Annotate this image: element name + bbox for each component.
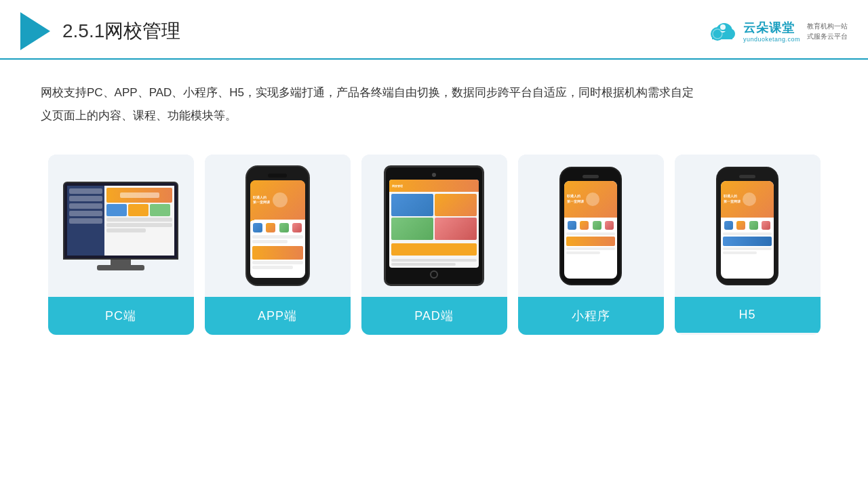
header: 2.5.1网校管理 云朵课堂 yunduoketang.com 教育机构一站式服…	[0, 0, 868, 60]
h5-icon	[736, 221, 745, 230]
mini-avatar	[586, 192, 599, 206]
header-right: 云朵课堂 yunduoketang.com 教育机构一站式服务云平台	[705, 19, 848, 43]
header-left: 2.5.1网校管理	[20, 12, 180, 50]
brand-url: yunduoketang.com	[743, 36, 800, 43]
mini-icons	[566, 221, 615, 230]
card-pc-label: PC端	[48, 297, 194, 335]
h5-icon	[724, 221, 733, 230]
h5-avatar	[743, 192, 756, 206]
tablet-header-text: 网校管理	[392, 184, 403, 188]
pc-base	[97, 265, 144, 270]
phone-banner-text: 职通人的第一堂网课	[253, 195, 270, 205]
card-pc: PC端	[48, 155, 194, 335]
card-h5-label: H5	[675, 297, 821, 333]
pc-sidebar-item	[69, 211, 102, 216]
phone-screen: 职通人的第一堂网课	[250, 180, 305, 278]
pc-main-row	[106, 228, 146, 232]
mini-screen: 职通人的第一堂网课	[564, 181, 617, 279]
phone-notch	[268, 174, 287, 178]
h5-row	[723, 251, 757, 254]
card-miniprogram: 职通人的第一堂网课	[518, 155, 664, 335]
tablet-header-bar: 网校管理	[389, 180, 479, 192]
phone-icons	[252, 223, 303, 232]
phone-row	[252, 235, 303, 239]
tablet-home-btn	[430, 270, 438, 279]
h5-row	[723, 237, 772, 246]
mini-notch	[583, 175, 599, 178]
card-pad: 网校管理	[361, 155, 507, 335]
svg-point-5	[720, 24, 726, 30]
pc-sidebar-item	[69, 218, 102, 224]
miniprogram-phone-mockup: 职通人的第一堂网课	[559, 167, 622, 285]
brand-tagline: 教育机构一站式服务云平台	[807, 21, 848, 41]
pc-main	[104, 186, 174, 256]
pc-screen-outer	[63, 182, 178, 260]
title-text: 网校管理	[104, 20, 180, 41]
mini-body	[564, 218, 617, 256]
pc-main-row	[106, 223, 172, 227]
card-h5-image: 职通人的第一堂网课	[675, 155, 821, 297]
cards-container: PC端 职通人的第一堂网课	[0, 141, 868, 355]
tablet-mockup: 网校管理	[384, 165, 484, 286]
h5-row	[723, 247, 772, 250]
pc-mockup	[63, 182, 178, 270]
mini-row	[566, 237, 615, 246]
h5-phone-mockup: 职通人的第一堂网课	[716, 167, 778, 285]
mini-banner: 职通人的第一堂网课	[564, 181, 617, 218]
pc-sidebar-item	[69, 188, 102, 194]
pc-main-row	[106, 218, 172, 222]
pc-neck	[111, 260, 131, 265]
h5-screen: 职通人的第一堂网课	[721, 181, 774, 279]
card-pc-image	[48, 155, 194, 297]
mini-banner-text: 职通人的第一堂网课	[567, 194, 584, 204]
card-h5: 职通人的第一堂网课	[675, 155, 821, 335]
phone-icon	[279, 223, 289, 232]
h5-banner-text: 职通人的第一堂网课	[724, 194, 741, 204]
phone-banner: 职通人的第一堂网课	[250, 180, 305, 220]
mini-row	[566, 232, 615, 235]
h5-body	[721, 218, 774, 256]
mini-row	[566, 251, 600, 254]
tablet-card	[391, 218, 433, 240]
tablet-card	[391, 194, 433, 216]
mini-icon	[605, 221, 614, 230]
card-app-image: 职通人的第一堂网课	[205, 155, 351, 297]
description-text: 网校支持PC、APP、PAD、小程序、H5，实现多端打通，产品各终端自由切换，数…	[0, 60, 746, 141]
mini-icon	[568, 221, 576, 230]
tablet-screen-inner: 网校管理	[389, 180, 479, 268]
mini-row	[566, 247, 615, 250]
phone-icon	[292, 223, 302, 232]
h5-row	[723, 232, 772, 235]
card-miniprogram-label: 小程序	[518, 297, 664, 335]
card-app: 职通人的第一堂网课	[205, 155, 351, 335]
h5-icons	[723, 221, 772, 230]
phone-icon	[266, 223, 275, 232]
card-pad-image: 网校管理	[361, 155, 507, 297]
phone-row	[252, 240, 288, 243]
tablet-content	[389, 192, 479, 242]
tablet-card	[435, 194, 477, 216]
phone-body	[250, 220, 305, 271]
pc-sidebar-item	[69, 196, 102, 201]
app-phone-mockup: 职通人的第一堂网课	[245, 165, 310, 286]
brand-name: 云朵课堂	[743, 20, 800, 36]
cloud-logo-icon	[705, 19, 739, 43]
phone-icon	[253, 223, 262, 232]
card-miniprogram-image: 职通人的第一堂网课	[518, 155, 664, 297]
h5-notch	[739, 175, 755, 178]
phone-row	[252, 261, 303, 264]
h5-icon	[762, 221, 770, 230]
tablet-camera	[432, 173, 436, 177]
pc-sidebar	[67, 186, 104, 256]
mini-icon	[593, 221, 601, 230]
tablet-screen: 网校管理	[389, 180, 479, 268]
brand-name-group: 云朵课堂 yunduoketang.com	[743, 20, 800, 43]
mini-icon	[580, 221, 589, 230]
phone-row	[252, 266, 293, 269]
card-pad-label: PAD端	[361, 297, 507, 335]
pc-banner	[106, 188, 172, 203]
brand-logo: 云朵课堂 yunduoketang.com 教育机构一站式服务云平台	[705, 19, 848, 43]
pc-screen-content	[67, 186, 174, 256]
pc-sidebar-item	[69, 203, 102, 209]
h5-icon	[749, 221, 758, 230]
